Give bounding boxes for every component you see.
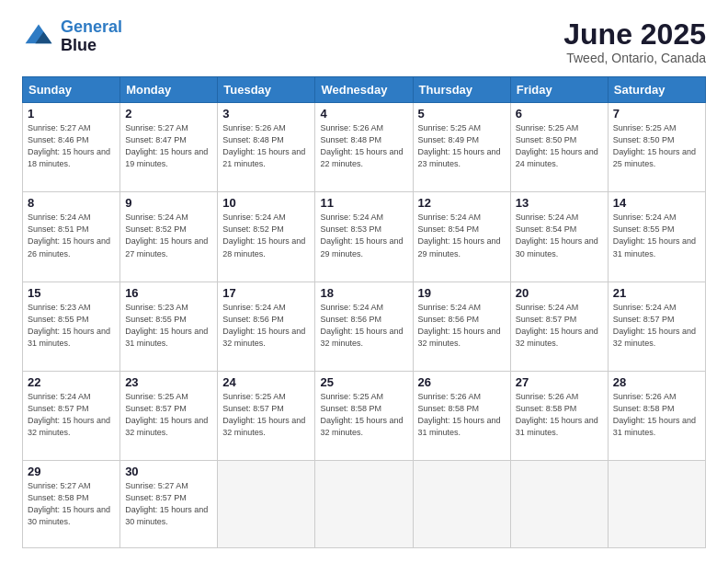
daylight-text: Daylight: 15 hours and 32 minutes. [222,327,305,348]
day-number: 18 [320,286,407,300]
sunrise-text: Sunrise: 5:24 AM [418,303,482,312]
sunset-text: Sunset: 8:58 PM [516,404,577,413]
daylight-text: Daylight: 15 hours and 29 minutes. [320,236,403,258]
table-row [413,460,510,547]
day-info: Sunrise: 5:24 AM Sunset: 8:52 PM Dayligh… [125,212,212,259]
day-info: Sunrise: 5:23 AM Sunset: 8:55 PM Dayligh… [125,302,212,350]
sunset-text: Sunset: 8:48 PM [222,135,284,144]
calendar-row: 22 Sunrise: 5:24 AM Sunset: 8:57 PM Dayl… [23,371,706,460]
day-info: Sunrise: 5:27 AM Sunset: 8:57 PM Dayligh… [125,480,212,528]
daylight-text: Daylight: 15 hours and 25 minutes. [613,147,696,168]
sunrise-text: Sunrise: 5:24 AM [516,213,579,222]
sunrise-text: Sunrise: 5:25 AM [418,123,482,132]
logo-icon [22,20,55,53]
table-row: 2 Sunrise: 5:27 AM Sunset: 8:47 PM Dayli… [120,103,218,192]
title-block: June 2025 Tweed, Ontario, Canada [563,18,706,65]
day-info: Sunrise: 5:24 AM Sunset: 8:56 PM Dayligh… [320,302,407,350]
col-monday: Monday [120,77,218,103]
sunrise-text: Sunrise: 5:25 AM [516,123,579,132]
day-info: Sunrise: 5:24 AM Sunset: 8:52 PM Dayligh… [222,212,310,259]
day-info: Sunrise: 5:25 AM Sunset: 8:57 PM Dayligh… [125,391,212,439]
sunset-text: Sunset: 8:54 PM [418,224,480,234]
sunset-text: Sunset: 8:57 PM [125,404,187,413]
day-number: 6 [516,107,603,121]
sunrise-text: Sunrise: 5:27 AM [125,481,188,490]
table-row: 11 Sunrise: 5:24 AM Sunset: 8:53 PM Dayl… [315,192,413,282]
sunset-text: Sunset: 8:55 PM [125,315,187,324]
day-info: Sunrise: 5:26 AM Sunset: 8:58 PM Dayligh… [516,391,603,439]
table-row: 23 Sunrise: 5:25 AM Sunset: 8:57 PM Dayl… [120,371,218,460]
table-row: 9 Sunrise: 5:24 AM Sunset: 8:52 PM Dayli… [120,192,218,282]
table-row: 27 Sunrise: 5:26 AM Sunset: 8:58 PM Dayl… [510,371,608,460]
day-info: Sunrise: 5:25 AM Sunset: 8:58 PM Dayligh… [320,391,407,439]
sunrise-text: Sunrise: 5:24 AM [320,303,383,312]
sunrise-text: Sunrise: 5:26 AM [418,392,482,401]
day-number: 3 [222,107,310,121]
sunset-text: Sunset: 8:52 PM [222,224,284,234]
day-number: 8 [28,196,115,210]
table-row: 15 Sunrise: 5:23 AM Sunset: 8:55 PM Dayl… [23,282,120,371]
logo-text: General Blue [61,18,122,55]
sunset-text: Sunset: 8:54 PM [516,224,577,234]
sunset-text: Sunset: 8:56 PM [320,315,381,324]
day-info: Sunrise: 5:26 AM Sunset: 8:58 PM Dayligh… [418,391,506,439]
sunrise-text: Sunrise: 5:25 AM [320,392,383,401]
day-number: 22 [28,375,115,389]
day-number: 30 [125,465,212,478]
sunrise-text: Sunrise: 5:24 AM [125,213,188,222]
daylight-text: Daylight: 15 hours and 32 minutes. [418,327,501,348]
day-info: Sunrise: 5:26 AM Sunset: 8:48 PM Dayligh… [222,122,310,170]
sunset-text: Sunset: 8:58 PM [418,404,480,413]
sunset-text: Sunset: 8:52 PM [125,224,187,234]
day-number: 16 [125,286,212,300]
sunrise-text: Sunrise: 5:24 AM [222,213,286,222]
day-number: 5 [418,107,506,121]
table-row: 18 Sunrise: 5:24 AM Sunset: 8:56 PM Dayl… [315,282,413,371]
col-tuesday: Tuesday [218,77,315,103]
sunrise-text: Sunrise: 5:25 AM [222,392,286,401]
sunrise-text: Sunrise: 5:24 AM [28,392,91,401]
sunrise-text: Sunrise: 5:24 AM [613,303,677,312]
table-row: 14 Sunrise: 5:24 AM Sunset: 8:55 PM Dayl… [608,192,705,282]
day-number: 27 [516,375,603,389]
month-title: June 2025 [563,18,706,51]
col-friday: Friday [510,77,608,103]
location: Tweed, Ontario, Canada [563,51,706,65]
sunset-text: Sunset: 8:57 PM [516,315,577,324]
day-number: 21 [613,286,700,300]
calendar-row: 8 Sunrise: 5:24 AM Sunset: 8:51 PM Dayli… [23,192,706,282]
col-saturday: Saturday [608,77,705,103]
sunrise-text: Sunrise: 5:23 AM [125,303,188,312]
daylight-text: Daylight: 15 hours and 31 minutes. [516,416,598,437]
sunrise-text: Sunrise: 5:26 AM [613,392,677,401]
day-number: 9 [125,196,212,210]
day-info: Sunrise: 5:24 AM Sunset: 8:56 PM Dayligh… [222,302,310,350]
day-number: 19 [418,286,506,300]
table-row [315,460,413,547]
day-number: 24 [222,375,310,389]
daylight-text: Daylight: 15 hours and 32 minutes. [125,416,208,437]
daylight-text: Daylight: 15 hours and 24 minutes. [516,147,598,168]
daylight-text: Daylight: 15 hours and 32 minutes. [320,416,403,437]
sunset-text: Sunset: 8:56 PM [418,315,480,324]
day-number: 25 [320,375,407,389]
day-info: Sunrise: 5:27 AM Sunset: 8:46 PM Dayligh… [28,122,115,170]
day-number: 29 [28,465,115,478]
table-row: 13 Sunrise: 5:24 AM Sunset: 8:54 PM Dayl… [510,192,608,282]
table-row: 21 Sunrise: 5:24 AM Sunset: 8:57 PM Dayl… [608,282,705,371]
table-row [608,460,705,547]
daylight-text: Daylight: 15 hours and 30 minutes. [516,236,598,258]
sunset-text: Sunset: 8:55 PM [28,315,89,324]
daylight-text: Daylight: 15 hours and 18 minutes. [28,147,110,168]
day-info: Sunrise: 5:24 AM Sunset: 8:57 PM Dayligh… [613,302,700,350]
col-thursday: Thursday [413,77,510,103]
sunset-text: Sunset: 8:46 PM [28,135,89,144]
sunset-text: Sunset: 8:55 PM [613,224,675,234]
day-number: 2 [125,107,212,121]
sunrise-text: Sunrise: 5:27 AM [125,123,188,132]
day-number: 28 [613,375,700,389]
sunrise-text: Sunrise: 5:27 AM [28,481,91,490]
daylight-text: Daylight: 15 hours and 19 minutes. [125,147,208,168]
sunrise-text: Sunrise: 5:26 AM [222,123,286,132]
day-info: Sunrise: 5:24 AM Sunset: 8:54 PM Dayligh… [418,212,506,259]
